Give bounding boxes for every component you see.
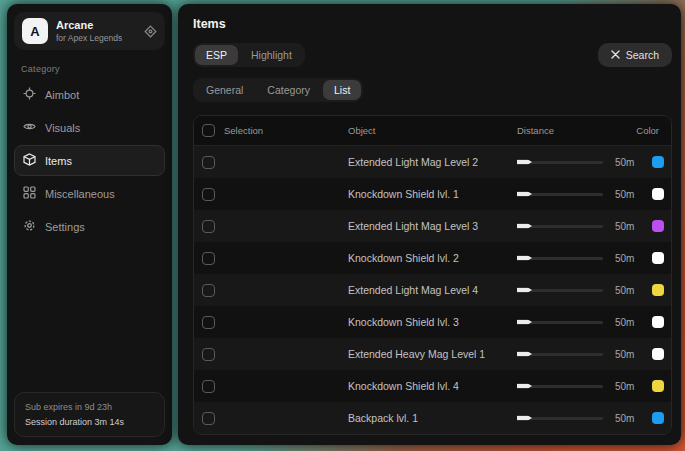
sidebar-item-label: Visuals [45,122,80,134]
table-row: Knockdown Shield lvl. 1 50m [194,178,671,210]
sidebar-item-visuals[interactable]: Visuals [14,112,165,143]
session-duration-text: Session duration 3m 14s [25,415,154,429]
sidebar: A Arcane for Apex Legends Category Aimbo… [7,4,172,445]
distance-value: 50m [615,381,634,392]
slider-knob[interactable] [517,192,532,197]
distance-slider[interactable] [517,161,603,164]
object-label: Extended Heavy Mag Level 1 [348,348,517,360]
distance-slider[interactable] [517,193,603,196]
table-row: Knockdown Shield lvl. 3 50m [194,306,671,338]
row-checkbox[interactable] [202,188,215,201]
color-swatch[interactable] [652,380,664,392]
slider-knob[interactable] [517,256,532,261]
slider-knob[interactable] [517,384,532,389]
slider-knob[interactable] [517,160,532,165]
row-checkbox[interactable] [202,252,215,265]
x-icon [611,49,620,61]
distance-value: 50m [615,253,634,264]
distance-slider[interactable] [517,353,603,356]
distance-slider[interactable] [517,289,603,292]
object-label: Backpack lvl. 1 [348,412,517,424]
sidebar-item-label: Miscellaneous [45,188,115,200]
eye-icon [23,120,36,135]
tab-highlight[interactable]: Highlight [240,45,303,65]
color-swatch[interactable] [652,156,664,168]
gear-icon [23,219,36,234]
color-swatch[interactable] [652,316,664,328]
sidebar-item-label: Settings [45,221,85,233]
app-subtitle: for Apex Legends [56,33,122,44]
slider-knob[interactable] [517,288,532,293]
distance-slider[interactable] [517,321,603,324]
row-checkbox[interactable] [202,316,215,329]
distance-value: 50m [615,413,634,424]
object-label: Extended Light Mag Level 4 [348,284,517,296]
distance-value: 50m [615,157,634,168]
app-logo: A [22,18,48,44]
tab-category[interactable]: Category [256,80,321,100]
column-selection: Selection [224,125,263,136]
table-row: Extended Heavy Mag Level 1 50m [194,338,671,370]
table-header: Selection Object Distance Color [194,116,671,146]
color-swatch[interactable] [652,284,664,296]
sidebar-item-label: Aimbot [45,89,79,101]
distance-slider[interactable] [517,417,603,420]
row-checkbox[interactable] [202,412,215,425]
distance-slider[interactable] [517,257,603,260]
sidebar-item-aimbot[interactable]: Aimbot [14,79,165,110]
category-section-label: Category [21,64,158,74]
column-object: Object [348,125,517,136]
mode-tabs: ESP Highlight [193,43,305,67]
tab-general[interactable]: General [195,80,254,100]
sidebar-item-settings[interactable]: Settings [14,211,165,242]
table-row: Extended Light Mag Level 4 50m [194,274,671,306]
color-swatch[interactable] [652,412,664,424]
column-distance: Distance [517,125,605,136]
object-label: Extended Light Mag Level 3 [348,220,517,232]
color-swatch[interactable] [652,348,664,360]
object-label: Knockdown Shield lvl. 4 [348,380,517,392]
table-row: Knockdown Shield lvl. 2 50m [194,242,671,274]
row-checkbox[interactable] [202,284,215,297]
slider-knob[interactable] [517,416,532,421]
grid-icon [23,186,36,201]
row-checkbox[interactable] [202,380,215,393]
session-info-card: Sub expires in 9d 23h Session duration 3… [14,392,165,437]
tab-esp[interactable]: ESP [195,45,238,65]
main-panel: Items ESP Highlight Search General Categ… [178,4,681,445]
distance-value: 50m [615,285,634,296]
table-row: Backpack lvl. 1 50m [194,402,671,434]
row-checkbox[interactable] [202,220,215,233]
object-label: Knockdown Shield lvl. 1 [348,188,517,200]
sidebar-item-miscellaneous[interactable]: Miscellaneous [14,178,165,209]
table-row: Extended Light Mag Level 3 50m [194,210,671,242]
distance-slider[interactable] [517,225,603,228]
table-row: Knockdown Shield lvl. 4 50m [194,370,671,402]
search-button[interactable]: Search [598,43,672,67]
color-swatch[interactable] [652,252,664,264]
view-tabs: General Category List [193,78,363,102]
gem-badge-icon[interactable] [144,25,157,38]
object-label: Knockdown Shield lvl. 2 [348,252,517,264]
search-label: Search [626,49,659,61]
game-backdrop: A Arcane for Apex Legends Category Aimbo… [0,0,685,451]
box-icon [23,153,36,168]
row-checkbox[interactable] [202,156,215,169]
color-swatch[interactable] [652,188,664,200]
select-all-checkbox[interactable] [202,124,215,137]
slider-knob[interactable] [517,224,532,229]
sidebar-item-label: Items [45,155,72,167]
slider-knob[interactable] [517,352,532,357]
tab-list[interactable]: List [323,80,361,100]
items-table: Selection Object Distance Color Extended… [193,115,672,435]
distance-value: 50m [615,189,634,200]
page-title: Items [193,17,672,31]
app-name: Arcane [56,19,122,33]
color-swatch[interactable] [652,220,664,232]
row-checkbox[interactable] [202,348,215,361]
slider-knob[interactable] [517,320,532,325]
app-header-card: A Arcane for Apex Legends [14,12,165,50]
distance-slider[interactable] [517,385,603,388]
sidebar-item-items[interactable]: Items [14,145,165,176]
sub-expiry-text: Sub expires in 9d 23h [25,400,154,414]
